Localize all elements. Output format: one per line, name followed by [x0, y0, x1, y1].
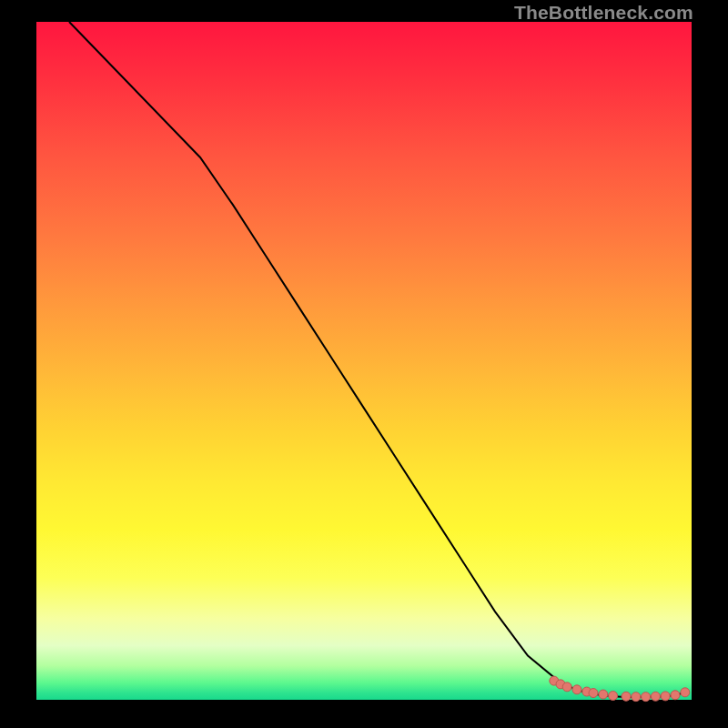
curve-line [69, 22, 688, 697]
data-marker [572, 685, 581, 694]
data-marker [609, 692, 618, 701]
data-marker [589, 689, 598, 698]
plot-area [36, 22, 692, 700]
data-marker [622, 692, 631, 701]
data-marker [562, 682, 571, 692]
data-marker [661, 692, 670, 701]
data-marker [632, 693, 641, 702]
chart-frame: TheBottleneck.com [0, 0, 728, 728]
chart-svg [36, 22, 692, 700]
data-marker [671, 691, 680, 700]
data-marker [681, 688, 690, 697]
data-marker [651, 692, 660, 701]
attribution-label: TheBottleneck.com [514, 2, 693, 24]
data-marker [642, 693, 651, 702]
data-marker [599, 690, 608, 699]
